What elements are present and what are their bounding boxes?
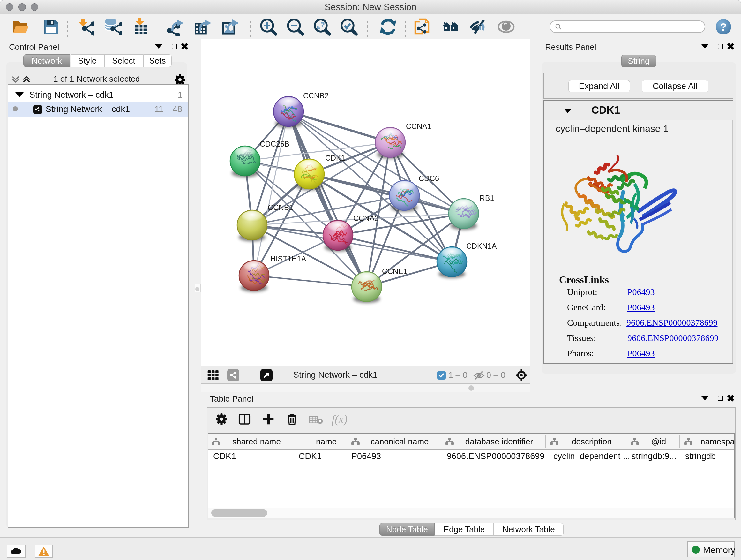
svg-text:CCNE1: CCNE1 xyxy=(382,267,408,275)
svg-text:CCNB1: CCNB1 xyxy=(268,203,293,212)
svg-text:CCNA1: CCNA1 xyxy=(406,122,431,131)
svg-text:HIST1H1A: HIST1H1A xyxy=(270,255,307,263)
svg-text:CDC6: CDC6 xyxy=(419,174,439,183)
svg-text:CCNA2: CCNA2 xyxy=(353,214,379,223)
svg-text:RB1: RB1 xyxy=(480,194,494,202)
svg-text:CDKN1A: CDKN1A xyxy=(466,242,497,250)
svg-text:CDC25B: CDC25B xyxy=(260,140,289,148)
svg-text:CCNB2: CCNB2 xyxy=(303,91,329,100)
svg-text:CDK1: CDK1 xyxy=(325,154,345,162)
